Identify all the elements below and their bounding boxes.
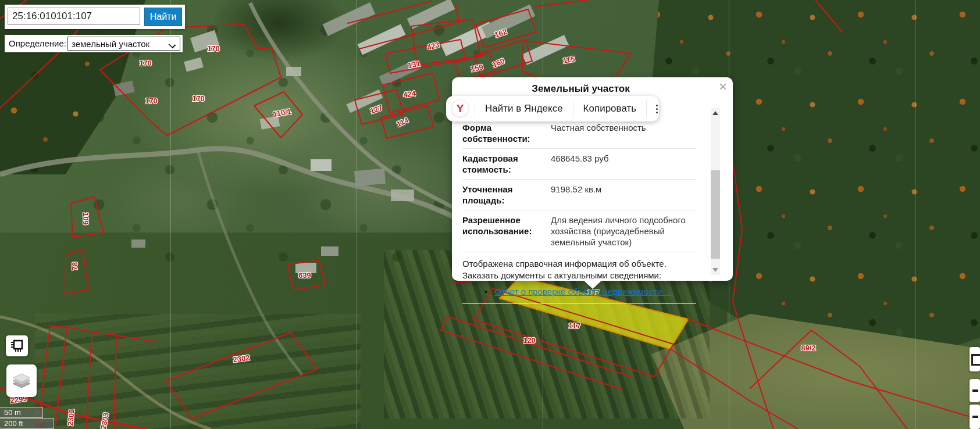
attribute-value: Для ведения личного подсобного хозяйства… [551, 214, 696, 248]
cadastral-map-app: { "search": { "value": "25:16:010101:107… [0, 0, 980, 429]
parcel-label[interactable]: 2301 [66, 409, 76, 426]
attribute-label: Разрешенное использование: [462, 214, 551, 248]
parcel-label[interactable]: 109 [81, 212, 90, 225]
report-link[interactable]: Отчет о проверке объекта недвижимости → [494, 287, 673, 296]
partial-icon [971, 354, 980, 366]
partial-plus-icon [972, 389, 978, 392]
popup-scrollbar[interactable] [711, 108, 720, 275]
yandex-logo-icon: Y [451, 100, 469, 117]
parcel-label[interactable]: 170 [139, 59, 152, 67]
yandex-toolbar: Y Найти в Яндексе Копировать [446, 96, 659, 121]
attribute-row: Уточненная площадь: 9198.52 кв.м [462, 180, 696, 210]
definition-selected-option: земельный участок [72, 39, 149, 49]
parcel-label[interactable]: 639 [298, 271, 311, 280]
attribute-value: Частная собственность [551, 122, 646, 144]
yandex-search-button[interactable]: Найти в Яндексе [475, 103, 573, 115]
scale-bar-meters: 50 m [0, 407, 43, 418]
cadastral-number-input[interactable] [8, 8, 140, 25]
zoom-out-button[interactable] [970, 405, 980, 429]
copy-button[interactable]: Копировать [573, 103, 647, 115]
attribute-row: Разрешенное использование: Для ведения л… [462, 210, 696, 252]
parcel-label[interactable]: 89/2 [801, 344, 815, 352]
attribute-row: Форма собственности: Частная собственнос… [462, 118, 696, 149]
parcel-label[interactable]: 170 [145, 96, 158, 105]
find-button[interactable]: Найти [144, 8, 182, 26]
measure-button[interactable] [6, 335, 28, 356]
zoom-in-button[interactable] [970, 379, 980, 402]
ruler-icon [10, 339, 24, 353]
definition-select[interactable]: земельный участок [67, 37, 180, 51]
close-icon[interactable]: × [719, 78, 727, 95]
parcel-label[interactable]: 424 [402, 89, 416, 99]
attribute-label: Кадастровая стоимость: [462, 153, 551, 175]
layers-button[interactable] [6, 364, 37, 397]
search-panel: Найти [5, 5, 185, 29]
report-link-row: • Отчет о проверке объекта недвижимости … [462, 287, 696, 296]
attribute-label: Уточненная площадь: [462, 184, 551, 206]
attribute-rows: Форма собственности: Частная собственнос… [462, 118, 696, 305]
more-options-icon[interactable] [647, 105, 667, 113]
scale-bar-feet: 200 ft [0, 418, 54, 429]
partial-minus-icon [972, 416, 978, 418]
parcel-label[interactable]: 170 [207, 44, 220, 53]
scroll-down-icon[interactable] [712, 268, 718, 272]
attribute-label: Форма собственности: [462, 122, 551, 144]
parcel-label[interactable]: 117 [569, 321, 581, 330]
separator [462, 303, 696, 305]
definition-label: Определение: [9, 38, 66, 48]
scroll-up-icon[interactable] [712, 111, 718, 115]
parcel-label[interactable]: 120 [523, 336, 536, 345]
definition-panel: Определение: земельный участок [5, 35, 183, 52]
edge-tool-button[interactable] [970, 347, 980, 371]
layers-icon [11, 371, 32, 390]
bullet: • [484, 287, 487, 296]
scrollbar-thumb[interactable] [711, 170, 720, 259]
attribute-row: Кадастровая стоимость: 468645.83 руб [462, 149, 696, 180]
attribute-value: 9198.52 кв.м [551, 184, 601, 206]
reference-note: Отображена справочная информация об объе… [462, 258, 696, 281]
attribute-value: 468645.83 руб [551, 153, 609, 175]
chevron-down-icon [169, 41, 176, 49]
popup-title: Земельный участок [452, 83, 710, 95]
parcel-label[interactable]: 78 [70, 262, 79, 270]
parcel-label[interactable]: 170 [192, 94, 205, 103]
